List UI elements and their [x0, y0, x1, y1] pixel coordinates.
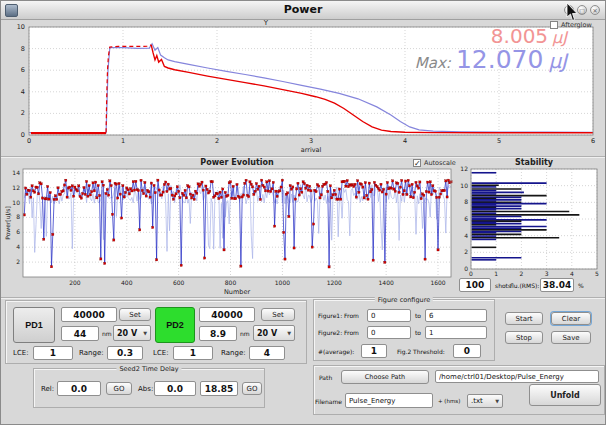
path-input[interactable] [435, 370, 599, 383]
pd1-voltage-select[interactable]: 20 V ▼ [113, 325, 151, 341]
svg-text:0: 0 [464, 265, 468, 272]
abs-label: Abs: [138, 385, 153, 393]
pd2-wavelength-input[interactable] [199, 326, 237, 341]
rel-delay-input[interactable] [57, 381, 101, 396]
threshold-label: Fig.2 Threshold: [397, 348, 445, 355]
svg-text:3: 3 [309, 137, 313, 145]
pd1-voltage-value: 20 V [117, 329, 137, 338]
svg-text:0: 0 [469, 270, 473, 277]
choose-path-button[interactable]: Choose Path [341, 370, 429, 384]
svg-text:10: 10 [17, 23, 25, 31]
svg-text:Y: Y [263, 19, 269, 27]
svg-text:800: 800 [225, 279, 237, 286]
stability-chart: 012345024681012Stability [457, 157, 605, 279]
pd2-button[interactable]: PD2 [155, 307, 195, 343]
svg-text:1: 1 [121, 137, 125, 145]
svg-text:2: 2 [215, 137, 219, 145]
abs-delay-input[interactable] [154, 381, 196, 396]
range2-label: Range: [221, 349, 246, 357]
pd2-voltage-select[interactable]: 20 V ▼ [253, 325, 295, 341]
autoscale-checkbox[interactable]: ✓ Autoscale [413, 159, 456, 167]
chevron-down-icon: ▼ [495, 398, 499, 404]
svg-text:4: 4 [21, 88, 25, 96]
svg-text:5: 5 [497, 137, 501, 145]
average-label: #(average): [318, 348, 354, 355]
separator [1, 297, 605, 299]
svg-text:2: 2 [464, 248, 468, 255]
filename-label: Filename [315, 398, 342, 405]
threshold-input[interactable] [453, 344, 481, 358]
to-label: to [415, 312, 421, 319]
pd1-button[interactable]: PD1 [13, 307, 55, 343]
extension-select[interactable]: .txt ▼ [467, 394, 503, 408]
max-energy-value: 12.070 [456, 45, 543, 74]
pd2-nm-label: nm [240, 330, 250, 337]
svg-text:400: 400 [121, 279, 133, 286]
svg-text:2: 2 [21, 109, 25, 117]
svg-text:Power[uJ/s]: Power[uJ/s] [4, 206, 12, 240]
svg-text:arrival: arrival [301, 146, 322, 154]
max-energy-readout: Max: 12.070 μJ [415, 45, 567, 74]
svg-text:0: 0 [27, 137, 31, 145]
svg-text:4: 4 [464, 232, 468, 239]
svg-text:8: 8 [21, 45, 25, 53]
max-label: Max: [415, 54, 451, 72]
save-button[interactable]: Save [551, 331, 591, 344]
seed2-panel-title: Seed2 Time Delay [116, 365, 181, 373]
figure2-to-input[interactable] [425, 326, 487, 339]
svg-text:1000: 1000 [275, 279, 290, 286]
svg-text:2: 2 [16, 258, 20, 265]
figure1-from-label: Figure1: From [318, 312, 359, 319]
clear-button[interactable]: Clear [551, 312, 591, 325]
svg-text:6: 6 [464, 215, 468, 222]
range1-label: Range: [79, 349, 104, 357]
range1-input[interactable] [107, 346, 143, 360]
max-energy-unit: μJ [548, 49, 567, 73]
figure2-from-label: Figure2: From [318, 329, 359, 336]
pd1-wavelength-input[interactable] [61, 326, 99, 341]
lce2-label: LCE: [153, 349, 169, 357]
svg-text:14: 14 [12, 169, 20, 176]
abs-go-button[interactable]: GO [242, 382, 262, 395]
pd1-nm-label: nm [102, 330, 112, 337]
svg-text:1600: 1600 [430, 279, 445, 286]
svg-text:12: 12 [460, 165, 468, 172]
window-title: Power [1, 3, 605, 16]
svg-text:6: 6 [21, 66, 25, 74]
svg-text:600: 600 [173, 279, 185, 286]
pd2-gain-input[interactable] [199, 307, 255, 322]
svg-text:6: 6 [16, 228, 20, 235]
unfold-button[interactable]: Unfold [529, 384, 601, 406]
pd2-voltage-value: 20 V [257, 329, 277, 338]
figure1-to-input[interactable] [425, 309, 487, 322]
lce1-input[interactable] [33, 346, 73, 360]
svg-text:3: 3 [545, 270, 549, 277]
filename-input[interactable] [345, 393, 433, 408]
svg-text:10: 10 [12, 199, 20, 206]
figure-configure-title: Figure configure [375, 296, 433, 304]
to-label: to [415, 329, 421, 336]
figure2-from-input[interactable] [367, 326, 411, 339]
pd2-set-button[interactable]: Set [261, 308, 295, 321]
chevron-down-icon: ▼ [143, 330, 147, 336]
pd1-gain-input[interactable] [61, 307, 117, 322]
close-button[interactable]: ✕ [590, 5, 600, 15]
power-evolution-chart: 20040060080010001200140016002468101214Nu… [3, 157, 455, 298]
svg-text:1: 1 [494, 270, 498, 277]
path-label: Path [319, 374, 332, 381]
percent-label: % [578, 282, 584, 289]
extension-value: .txt [471, 397, 483, 405]
start-button[interactable]: Start [505, 312, 543, 325]
pd1-set-button[interactable]: Set [119, 308, 151, 321]
average-input[interactable] [361, 344, 387, 358]
autoscale-label: Autoscale [424, 159, 456, 167]
lce2-input[interactable] [173, 346, 213, 360]
shots-input[interactable] [459, 278, 491, 292]
abs-current-input[interactable] [200, 381, 238, 396]
range2-input[interactable] [249, 346, 285, 360]
rel-go-button[interactable]: GO [106, 382, 132, 395]
figure1-from-input[interactable] [367, 309, 411, 322]
stop-button[interactable]: Stop [505, 331, 543, 344]
svg-text:4: 4 [570, 270, 574, 277]
rms-input[interactable] [540, 278, 574, 292]
